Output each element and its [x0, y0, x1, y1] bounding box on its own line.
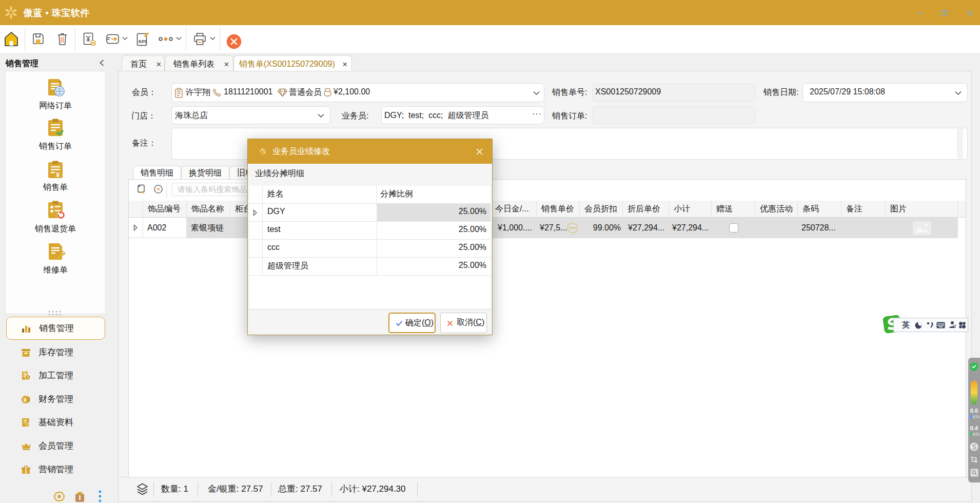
- svg-text:KPI: KPI: [139, 39, 146, 44]
- svg-text:¥: ¥: [24, 397, 27, 403]
